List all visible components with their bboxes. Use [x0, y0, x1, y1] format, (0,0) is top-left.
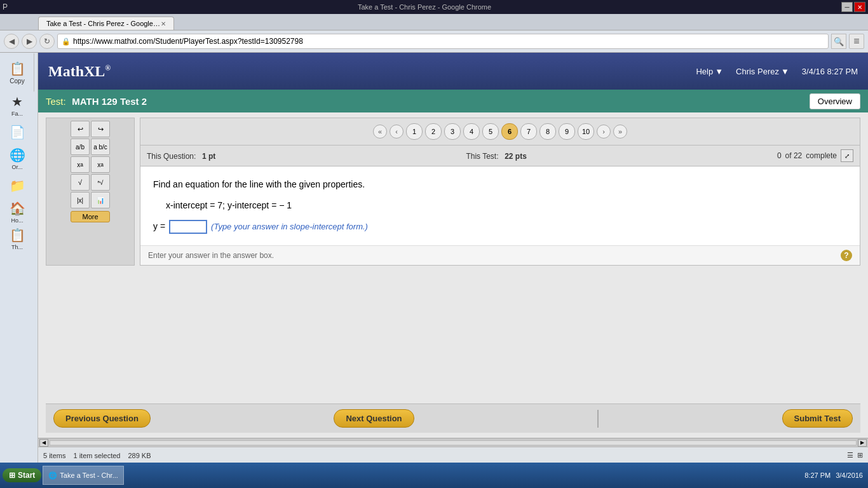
this-test-pts: 22 pts [505, 152, 527, 161]
test-name: MATH 129 Test 2 [72, 96, 147, 107]
scroll-track[interactable] [50, 440, 857, 445]
page-5-button[interactable]: 5 [482, 123, 499, 140]
view-options[interactable]: ☰ ⊞ [847, 451, 863, 459]
complete-count: 0 [777, 151, 782, 160]
next-question-button[interactable]: Next Question [334, 409, 414, 428]
submit-test-button[interactable]: Submit Test [782, 409, 853, 428]
fraction-button[interactable]: a/b [71, 139, 90, 155]
question-text: Find an equation for the line with the g… [153, 177, 847, 193]
chart-button[interactable]: 📊 [91, 192, 110, 208]
home-icon: 🏠 [10, 201, 25, 216]
url-text: https://www.mathxl.com/Student/PlayerTes… [73, 37, 303, 46]
browser-search-button[interactable]: 🔍 [831, 34, 846, 49]
this-question-pts: 1 pt [202, 152, 215, 161]
view-grid-icon[interactable]: ⊞ [857, 451, 863, 459]
test-title-area: Test: MATH 129 Test 2 [46, 96, 147, 107]
sidebar-item-org[interactable]: 🌐 Or... [0, 146, 34, 172]
horizontal-scrollbar[interactable]: ◀ ▶ [38, 438, 868, 447]
answer-help-button[interactable]: ? [841, 250, 852, 261]
page-2-button[interactable]: 2 [425, 123, 442, 140]
page-prev-button[interactable]: ‹ [390, 125, 403, 139]
toolbar-row-1: ↩ ↪ [49, 121, 132, 137]
this-test-label: This Test: [466, 152, 498, 161]
mixed-num-button[interactable]: a b/c [91, 139, 110, 155]
user-menu-button[interactable]: Chris Perez ▼ [736, 67, 789, 76]
page-next-button[interactable]: › [597, 125, 611, 139]
logo-text: MathXL [48, 63, 105, 79]
help-button[interactable]: Help ▼ [696, 67, 723, 76]
sqrt-button[interactable]: √ [71, 174, 90, 191]
scroll-right-arrow[interactable]: ▶ [858, 439, 867, 447]
page-9-button[interactable]: 9 [559, 123, 575, 140]
logo-sup: ® [105, 64, 111, 72]
browser-menu-button[interactable]: ≡ [849, 34, 864, 49]
datetime-text: 3/4/16 8:27 PM [802, 67, 858, 76]
page-7-button[interactable]: 7 [520, 123, 537, 140]
sidebar-item-folder1[interactable]: 📁 [0, 172, 34, 199]
browser-forward-button[interactable]: ▶ [22, 34, 37, 49]
sidebar-item-copy[interactable]: 📋 Copy [0, 53, 34, 92]
complete-info: 0 of 22 complete ⤢ [777, 149, 853, 162]
complete-of: of 22 [785, 151, 803, 160]
test-prefix: Test: [46, 96, 66, 107]
test-bar: Test: MATH 129 Test 2 Overview [38, 90, 868, 112]
question-header: This Question: 1 pt This Test: 22 pts 0 … [140, 146, 860, 166]
minimize-button[interactable]: ─ [841, 2, 853, 12]
sidebar-th-label: Th... [11, 244, 23, 250]
browser-chrome: Take a Test - Chris Perez - Google Chrom… [0, 14, 868, 53]
toolbar-row-4: √ ⁿ√ [49, 174, 132, 191]
undo-button[interactable]: ↩ [71, 121, 90, 137]
answer-input[interactable] [169, 220, 207, 234]
sidebar-fav-label: Fa... [11, 111, 23, 117]
windows-taskbar: ⊞ Start 🌐 Take a Test - Chr... 8:27 PM 3… [0, 463, 868, 463]
sidebar-item-th[interactable]: 📋 Th... [0, 226, 34, 252]
page-4-button[interactable]: 4 [463, 123, 480, 140]
math-toolbar: ↩ ↪ a/b a b/c xa xa √ ⁿ√ [46, 118, 135, 266]
close-button[interactable]: ✕ [854, 2, 865, 12]
page-1-button[interactable]: 1 [406, 123, 423, 140]
page-last-button[interactable]: » [613, 125, 627, 139]
user-chevron-icon: ▼ [781, 67, 789, 76]
tab-close-icon[interactable]: ✕ [161, 20, 166, 27]
this-question-section: This Question: 1 pt [147, 151, 215, 161]
view-list-icon[interactable]: ☰ [847, 451, 853, 459]
toolbar-row-2: a/b a b/c [49, 139, 132, 155]
nth-root-button[interactable]: ⁿ√ [91, 174, 110, 191]
active-tab[interactable]: Take a Test - Chris Perez - Google Chrom… [38, 17, 174, 30]
answer-bar: Enter your answer in the answer box. ? [140, 245, 860, 265]
main-layout: 📋 Copy ★ Fa... 📄 🌐 Or... 📁 🏠 Ho... 📋 Th.… [0, 53, 868, 463]
more-button[interactable]: More [71, 211, 110, 222]
app-icon: P [3, 3, 8, 11]
theme-icon: 📋 [10, 227, 25, 243]
previous-question-button[interactable]: Previous Question [53, 409, 151, 428]
superscript-button[interactable]: xa [71, 156, 90, 173]
title-bar-title: Take a Test - Chris Perez - Google Chrom… [8, 3, 841, 11]
copy-icon: 📋 [10, 61, 25, 76]
overview-button[interactable]: Overview [810, 93, 860, 109]
scroll-left-arrow[interactable]: ◀ [39, 439, 48, 447]
answer-row: y = (Type your answer in slope-intercept… [153, 219, 847, 234]
file-panel: 📋 Copy ★ Fa... 📄 🌐 Or... 📁 🏠 Ho... 📋 Th.… [0, 53, 38, 463]
sidebar-item-home[interactable]: 🏠 Ho... [0, 199, 34, 226]
page-3-button[interactable]: 3 [444, 123, 461, 140]
help-label: Help [696, 67, 713, 76]
expand-button[interactable]: ⤢ [841, 149, 853, 162]
selected-info: 1 item selected [73, 452, 120, 459]
subscript-button[interactable]: xa [91, 156, 110, 173]
page-8-button[interactable]: 8 [539, 123, 556, 140]
status-bar: 5 items 1 item selected 289 KB ☰ ⊞ [38, 447, 868, 463]
page-6-button[interactable]: 6 [501, 123, 518, 140]
page-first-button[interactable]: « [373, 125, 387, 139]
folder-icon: 📁 [10, 178, 25, 193]
sidebar-item-fav[interactable]: ★ Fa... [0, 92, 34, 119]
content-area: MathXL® Help ▼ Chris Perez ▼ 3/4/16 8:27… [38, 53, 868, 463]
page-10-button[interactable]: 10 [578, 123, 594, 140]
abs-button[interactable]: |x| [71, 192, 90, 208]
sidebar-item-doc[interactable]: 📄 [0, 119, 34, 146]
browser-tabs: Take a Test - Chris Perez - Google Chrom… [0, 14, 868, 30]
address-bar-row: ◀ ▶ ↻ 🔒 https://www.mathxl.com/Student/P… [0, 30, 868, 52]
redo-button[interactable]: ↪ [91, 121, 110, 137]
browser-back-button[interactable]: ◀ [4, 34, 19, 49]
address-bar[interactable]: 🔒 https://www.mathxl.com/Student/PlayerT… [57, 34, 829, 49]
browser-refresh-button[interactable]: ↻ [39, 34, 55, 49]
